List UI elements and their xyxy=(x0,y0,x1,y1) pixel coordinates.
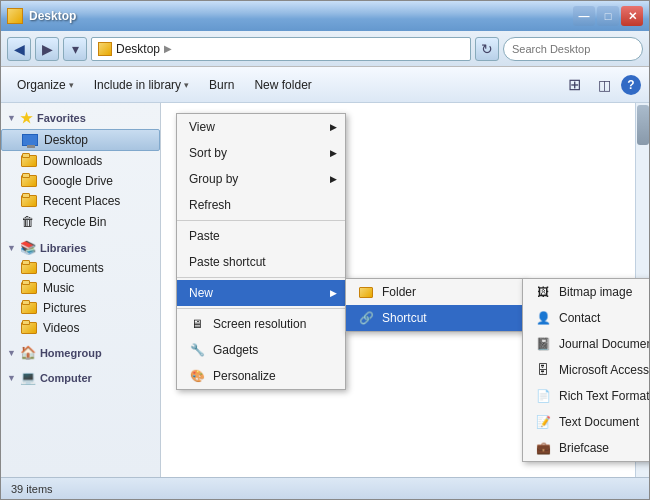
recent-locations-button[interactable]: ▾ xyxy=(63,37,87,61)
cm-text-doc[interactable]: 📝 Text Document xyxy=(523,409,649,435)
sidebar-item-music-label: Music xyxy=(43,281,74,295)
recycle-bin-icon: 🗑 xyxy=(21,214,37,230)
cm-refresh[interactable]: Refresh xyxy=(177,192,345,218)
sidebar-item-google-drive-label: Google Drive xyxy=(43,174,113,188)
sidebar-item-google-drive[interactable]: Google Drive xyxy=(1,171,160,191)
briefcase-icon: 💼 xyxy=(535,440,551,456)
content-area: ⚙ Control Panel System Folder View Sort … xyxy=(161,103,649,477)
favorites-header[interactable]: ▼ ★ Favorites xyxy=(1,107,160,129)
cm-view[interactable]: View xyxy=(177,114,345,140)
homegroup-section: ▼ 🏠 Homegroup xyxy=(1,342,160,363)
minimize-button[interactable]: — xyxy=(573,6,595,26)
sidebar-item-documents[interactable]: Documents xyxy=(1,258,160,278)
preview-pane-button[interactable]: ◫ xyxy=(591,74,617,96)
cm-new-folder[interactable]: Folder xyxy=(346,279,524,305)
search-input[interactable] xyxy=(512,43,650,55)
contact-icon: 👤 xyxy=(535,310,551,326)
new-folder-button[interactable]: New folder xyxy=(246,72,319,98)
cm-new-shortcut[interactable]: 🔗 Shortcut xyxy=(346,305,524,331)
title-bar-left: Desktop xyxy=(7,8,76,24)
shortcut-icon: 🔗 xyxy=(358,310,374,326)
sidebar-item-recycle-bin[interactable]: 🗑 Recycle Bin xyxy=(1,211,160,233)
videos-icon xyxy=(21,322,37,334)
cm-contact[interactable]: 👤 Contact xyxy=(523,305,649,331)
breadcrumb-bar[interactable]: Desktop ▶ xyxy=(91,37,471,61)
libraries-icon: 📚 xyxy=(20,240,36,255)
cm-new-shortcut-label: Shortcut xyxy=(382,311,427,325)
breadcrumb-folder-icon xyxy=(98,42,112,56)
homegroup-header[interactable]: ▼ 🏠 Homegroup xyxy=(1,342,160,363)
sidebar-item-desktop[interactable]: Desktop xyxy=(1,129,160,151)
cm-sort-by[interactable]: Sort by xyxy=(177,140,345,166)
homegroup-label: Homegroup xyxy=(40,347,102,359)
change-view-button[interactable]: ⊞ xyxy=(561,74,587,96)
back-button[interactable]: ◀ xyxy=(7,37,31,61)
sidebar-item-pictures[interactable]: Pictures xyxy=(1,298,160,318)
sidebar-item-videos-label: Videos xyxy=(43,321,79,335)
toolbar: Organize ▾ Include in library ▾ Burn New… xyxy=(1,67,649,103)
cm-personalize[interactable]: 🎨 Personalize xyxy=(177,363,345,389)
downloads-folder-icon xyxy=(21,155,37,167)
cm-journal-doc[interactable]: 📓 Journal Document xyxy=(523,331,649,357)
cm-rtf[interactable]: 📄 Rich Text Format xyxy=(523,383,649,409)
burn-button[interactable]: Burn xyxy=(201,72,242,98)
cm-sort-by-label: Sort by xyxy=(189,146,227,160)
include-library-label: Include in library xyxy=(94,78,181,92)
computer-header[interactable]: ▼ 💻 Computer xyxy=(1,367,160,388)
access-db-icon: 🗄 xyxy=(535,362,551,378)
sidebar-item-downloads[interactable]: Downloads xyxy=(1,151,160,171)
cm-access-db[interactable]: 🗄 Microsoft Access Database xyxy=(523,357,649,383)
organize-button[interactable]: Organize ▾ xyxy=(9,72,82,98)
status-bar: 39 items xyxy=(1,477,649,499)
cm-gadgets[interactable]: 🔧 Gadgets xyxy=(177,337,345,363)
cm-screen-resolution[interactable]: 🖥 Screen resolution xyxy=(177,311,345,337)
screen-resolution-icon: 🖥 xyxy=(189,316,205,332)
cm-journal-label: Journal Document xyxy=(559,337,649,351)
cm-new[interactable]: New xyxy=(177,280,345,306)
context-menu-new: Folder 🔗 Shortcut xyxy=(345,278,525,332)
sidebar-item-pictures-label: Pictures xyxy=(43,301,86,315)
sidebar-item-recent-places[interactable]: Recent Places xyxy=(1,191,160,211)
recent-places-icon xyxy=(21,195,37,207)
cm-bitmap-image[interactable]: 🖼 Bitmap image xyxy=(523,279,649,305)
libraries-header[interactable]: ▼ 📚 Libraries xyxy=(1,237,160,258)
cm-paste[interactable]: Paste xyxy=(177,223,345,249)
personalize-icon: 🎨 xyxy=(189,368,205,384)
forward-button[interactable]: ▶ xyxy=(35,37,59,61)
cm-paste-shortcut[interactable]: Paste shortcut xyxy=(177,249,345,275)
homegroup-icon: 🏠 xyxy=(20,345,36,360)
include-in-library-button[interactable]: Include in library ▾ xyxy=(86,72,197,98)
sidebar-item-videos[interactable]: Videos xyxy=(1,318,160,338)
help-button[interactable]: ? xyxy=(621,75,641,95)
new-folder-icon xyxy=(358,284,374,300)
cm-screen-resolution-label: Screen resolution xyxy=(213,317,306,331)
sidebar: ▼ ★ Favorites Desktop Downloads Google D… xyxy=(1,103,161,477)
cm-paste-label: Paste xyxy=(189,229,220,243)
cm-briefcase[interactable]: 💼 Briefcase xyxy=(523,435,649,461)
maximize-button[interactable]: □ xyxy=(597,6,619,26)
music-icon xyxy=(21,282,37,294)
sidebar-item-recycle-bin-label: Recycle Bin xyxy=(43,215,106,229)
favorites-label: Favorites xyxy=(37,112,86,124)
cm-briefcase-label: Briefcase xyxy=(559,441,609,455)
address-bar: ◀ ▶ ▾ Desktop ▶ ↻ 🔍 xyxy=(1,31,649,67)
computer-label: Computer xyxy=(40,372,92,384)
context-menu-file-types: 🖼 Bitmap image 👤 Contact 📓 Journal Docum… xyxy=(522,278,649,462)
text-doc-icon: 📝 xyxy=(535,414,551,430)
rtf-icon: 📄 xyxy=(535,388,551,404)
close-button[interactable]: ✕ xyxy=(621,6,643,26)
refresh-button[interactable]: ↻ xyxy=(475,37,499,61)
organize-label: Organize xyxy=(17,78,66,92)
documents-icon xyxy=(21,262,37,274)
window-title: Desktop xyxy=(29,9,76,23)
google-drive-icon xyxy=(21,175,37,187)
sidebar-item-recent-places-label: Recent Places xyxy=(43,194,120,208)
sidebar-item-music[interactable]: Music xyxy=(1,278,160,298)
cm-group-by[interactable]: Group by xyxy=(177,166,345,192)
title-buttons: — □ ✕ xyxy=(573,6,643,26)
main-area: ▼ ★ Favorites Desktop Downloads Google D… xyxy=(1,103,649,477)
breadcrumb-arrow: ▶ xyxy=(164,43,172,54)
cm-new-folder-label: Folder xyxy=(382,285,416,299)
computer-arrow: ▼ xyxy=(7,373,16,383)
search-bar[interactable]: 🔍 xyxy=(503,37,643,61)
